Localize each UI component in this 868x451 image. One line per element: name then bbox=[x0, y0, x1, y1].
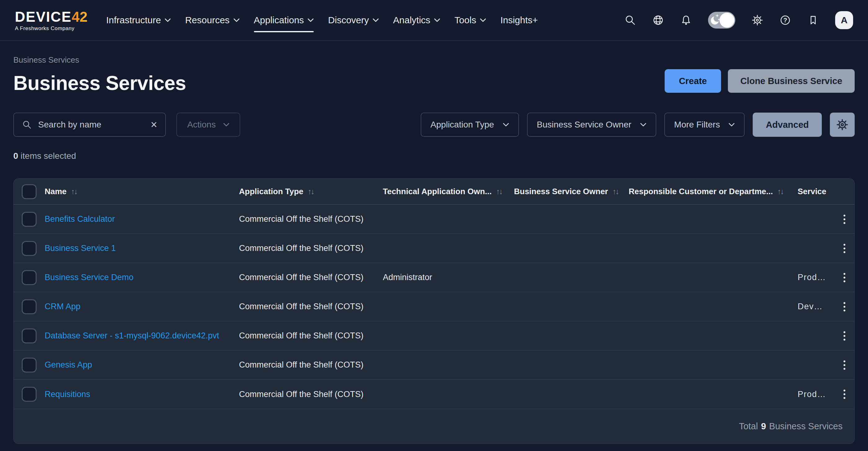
chevron-down-icon bbox=[373, 18, 379, 22]
bookmark-icon[interactable] bbox=[807, 14, 819, 26]
chevron-down-icon bbox=[640, 123, 646, 126]
settings-gear-icon[interactable] bbox=[751, 14, 763, 26]
globe-icon[interactable] bbox=[652, 14, 664, 26]
cell-application-type: Commercial Off the Shelf (COTS) bbox=[239, 214, 383, 224]
nav-item-applications[interactable]: Applications bbox=[254, 0, 314, 40]
table-row: Benefits Calculator Commercial Off the S… bbox=[13, 205, 855, 234]
business-service-link[interactable]: Business Service 1 bbox=[44, 243, 116, 253]
business-services-screen: DEVICE42 A Freshworks Company Infrastruc… bbox=[0, 0, 868, 451]
notifications-bell-icon[interactable] bbox=[680, 14, 692, 26]
nav-item-tools[interactable]: Tools bbox=[455, 0, 486, 40]
row-menu-kebab-icon[interactable] bbox=[841, 241, 848, 255]
topbar-actions: ? A bbox=[624, 11, 853, 29]
table-body: Benefits Calculator Commercial Off the S… bbox=[13, 205, 855, 409]
column-header-application-type: Application Type ↑↓ bbox=[239, 187, 383, 196]
clone-business-service-button[interactable]: Clone Business Service bbox=[728, 69, 855, 93]
row-checkbox[interactable] bbox=[22, 358, 37, 372]
cell-technical-application-owner: Administrator bbox=[383, 273, 514, 282]
select-all-checkbox[interactable] bbox=[22, 184, 37, 199]
svg-text:?: ? bbox=[783, 17, 787, 24]
filter-business-service-owner[interactable]: Business Service Owner bbox=[527, 113, 656, 137]
page-actions: Create Clone Business Service bbox=[664, 69, 855, 93]
row-menu-kebab-icon[interactable] bbox=[841, 387, 848, 401]
logo-accent-text: 42 bbox=[72, 9, 87, 25]
search-input[interactable] bbox=[38, 120, 145, 130]
filter-more-filters[interactable]: More Filters bbox=[664, 113, 745, 137]
table-footer: Total 9 Business Services bbox=[13, 409, 855, 444]
sort-icon[interactable]: ↑↓ bbox=[777, 187, 783, 196]
nav-item-discovery[interactable]: Discovery bbox=[328, 0, 379, 40]
sort-icon[interactable]: ↑↓ bbox=[71, 187, 77, 196]
row-menu-kebab-icon[interactable] bbox=[841, 270, 848, 285]
column-header-name: Name ↑↓ bbox=[44, 187, 239, 196]
cell-application-type: Commercial Off the Shelf (COTS) bbox=[239, 273, 383, 282]
chevron-down-icon bbox=[223, 123, 229, 126]
user-avatar[interactable]: A bbox=[835, 11, 853, 29]
business-service-link[interactable]: Requisitions bbox=[44, 390, 90, 399]
main-menu: Infrastructure Resources Applications Di… bbox=[106, 0, 538, 40]
advanced-button[interactable]: Advanced bbox=[753, 113, 822, 137]
toolbar-left: × Actions bbox=[13, 113, 240, 137]
create-button[interactable]: Create bbox=[664, 69, 721, 93]
column-header-business-service-owner: Business Service Owner ↑↓ bbox=[514, 187, 629, 196]
row-checkbox[interactable] bbox=[22, 329, 37, 343]
sort-icon[interactable]: ↑↓ bbox=[496, 187, 502, 196]
theme-toggle[interactable] bbox=[708, 12, 735, 29]
cell-application-type: Commercial Off the Shelf (COTS) bbox=[239, 302, 383, 311]
table-header-row: Name ↑↓ Application Type ↑↓ Technical Ap… bbox=[13, 179, 855, 205]
table-row: Genesis App Commercial Off the Shelf (CO… bbox=[13, 351, 855, 380]
page-content: Business Services Business Services Crea… bbox=[0, 55, 868, 444]
row-menu-kebab-icon[interactable] bbox=[841, 358, 848, 372]
gear-icon bbox=[836, 118, 849, 131]
row-menu-kebab-icon[interactable] bbox=[841, 329, 848, 343]
page-title: Business Services bbox=[13, 72, 186, 95]
chevron-down-icon bbox=[434, 18, 440, 22]
toolbar-right: Application Type Business Service Owner … bbox=[421, 113, 855, 137]
breadcrumb[interactable]: Business Services bbox=[13, 55, 186, 65]
nav-item-insights-plus[interactable]: Insights+ bbox=[500, 0, 538, 40]
sort-icon[interactable]: ↑↓ bbox=[612, 187, 618, 196]
chevron-down-icon bbox=[308, 18, 314, 22]
footer-total-label: Total bbox=[739, 421, 758, 431]
table-row: Business Service Demo Commercial Off the… bbox=[13, 263, 855, 292]
business-service-link[interactable]: CRM App bbox=[44, 302, 81, 311]
device42-logo[interactable]: DEVICE42 A Freshworks Company bbox=[15, 10, 87, 31]
cell-application-type: Commercial Off the Shelf (COTS) bbox=[239, 390, 383, 399]
table-row: Requisitions Commercial Off the Shelf (C… bbox=[13, 380, 855, 409]
row-menu-kebab-icon[interactable] bbox=[841, 300, 848, 314]
business-service-link[interactable]: Benefits Calculator bbox=[44, 214, 115, 223]
footer-total-suffix: Business Services bbox=[769, 421, 843, 431]
help-icon[interactable]: ? bbox=[779, 14, 791, 26]
chevron-down-icon bbox=[165, 18, 171, 22]
page-header: Business Services Business Services Crea… bbox=[13, 55, 855, 95]
search-box[interactable]: × bbox=[13, 113, 166, 137]
table-row: Database Server - s1-mysql-9062.device42… bbox=[13, 321, 855, 351]
chevron-down-icon bbox=[234, 18, 240, 22]
nav-item-infrastructure[interactable]: Infrastructure bbox=[106, 0, 171, 40]
row-checkbox[interactable] bbox=[22, 387, 37, 402]
row-checkbox[interactable] bbox=[22, 241, 37, 256]
business-service-link[interactable]: Database Server - s1-mysql-9062.device42… bbox=[44, 331, 219, 340]
actions-dropdown[interactable]: Actions bbox=[176, 113, 240, 137]
table-row: CRM App Commercial Off the Shelf (COTS) … bbox=[13, 292, 855, 321]
sort-icon[interactable]: ↑↓ bbox=[308, 187, 314, 196]
row-checkbox[interactable] bbox=[22, 212, 37, 227]
toggle-knob bbox=[719, 13, 734, 28]
cell-application-type: Commercial Off the Shelf (COTS) bbox=[239, 360, 383, 370]
row-checkbox[interactable] bbox=[22, 270, 37, 285]
cell-service: Product bbox=[798, 273, 834, 282]
business-service-link[interactable]: Business Service Demo bbox=[44, 273, 134, 282]
table-settings-button[interactable] bbox=[830, 113, 855, 137]
filter-application-type[interactable]: Application Type bbox=[421, 113, 519, 137]
column-header-service: Service bbox=[798, 187, 834, 196]
cell-application-type: Commercial Off the Shelf (COTS) bbox=[239, 243, 383, 253]
search-icon[interactable] bbox=[624, 14, 636, 26]
chevron-down-icon bbox=[480, 18, 486, 22]
row-checkbox[interactable] bbox=[22, 299, 37, 314]
clear-search-icon[interactable]: × bbox=[151, 119, 157, 130]
nav-item-analytics[interactable]: Analytics bbox=[393, 0, 440, 40]
business-service-link[interactable]: Genesis App bbox=[44, 360, 92, 369]
table-row: Business Service 1 Commercial Off the Sh… bbox=[13, 234, 855, 263]
row-menu-kebab-icon[interactable] bbox=[841, 212, 848, 227]
nav-item-resources[interactable]: Resources bbox=[185, 0, 239, 40]
